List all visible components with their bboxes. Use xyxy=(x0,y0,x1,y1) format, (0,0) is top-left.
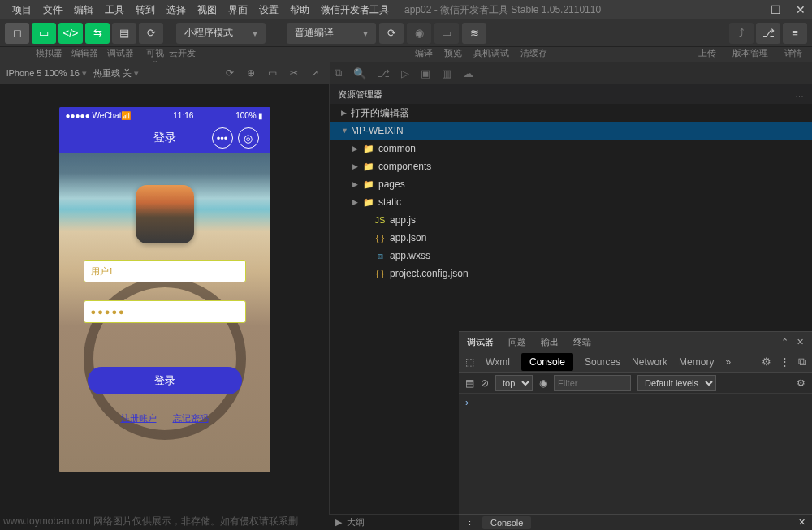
phone-status-bar: ●●●●● WeChat📶 11:16 100% ▮ xyxy=(59,107,270,123)
console-body[interactable]: › xyxy=(459,394,812,530)
close-panel-icon[interactable]: ✕ xyxy=(797,337,804,347)
tab-sources[interactable]: Sources xyxy=(585,356,620,368)
forgot-link[interactable]: 忘记密码 xyxy=(173,412,209,424)
kebab-icon[interactable]: ⋮ xyxy=(780,355,790,368)
details-button[interactable]: ≡ xyxy=(783,23,807,44)
visual-toggle[interactable]: ▤ xyxy=(112,23,136,44)
clear-console-icon[interactable]: ⊘ xyxy=(481,377,489,389)
battery-label: 100% ▮ xyxy=(235,111,263,120)
device-icon[interactable]: ▭ xyxy=(265,67,280,79)
main-toolbar: ◻ ▭ </> ⇆ ▤ ⟳ 小程序模式 普通编译 ⟳ ◉ ▭ ≋ ⤴ ⎇ ≡ xyxy=(0,19,812,47)
menu-project[interactable]: 项目 xyxy=(6,3,37,17)
settings-icon[interactable]: ⚙ xyxy=(797,377,806,389)
menu-ui[interactable]: 界面 xyxy=(222,3,253,17)
devtools-panel: 调试器 问题 输出 终端 ⌃ ✕ ⬚ Wxml Console Sources … xyxy=(459,331,812,530)
debugger-toggle[interactable]: ⇆ xyxy=(85,23,110,44)
editor-icon-strip: ⧉ 🔍 ⎇ ▷ ▣ ▥ ☁ xyxy=(330,62,812,84)
db-icon[interactable]: ▥ xyxy=(442,67,451,80)
outline-bar[interactable]: ▶ 大纲 xyxy=(329,514,459,530)
file-app-wxss[interactable]: ⧈app.wxss xyxy=(330,247,812,265)
cut-icon[interactable]: ✂ xyxy=(287,67,301,79)
levels-select[interactable]: Default levels xyxy=(637,375,716,391)
extension-icon[interactable]: ▣ xyxy=(421,67,430,80)
tab-output[interactable]: 输出 xyxy=(541,336,559,348)
refresh-icon[interactable]: ⟳ xyxy=(222,67,237,79)
folder-static[interactable]: ▶📁static xyxy=(330,193,812,211)
search-icon[interactable]: 🔍 xyxy=(353,67,366,80)
register-link[interactable]: 注册账户 xyxy=(121,412,157,424)
folder-common[interactable]: ▶📁common xyxy=(330,140,812,157)
folder-components[interactable]: ▶📁components xyxy=(330,157,812,175)
more-icon[interactable]: ↗ xyxy=(308,67,322,79)
inspect-icon[interactable]: ⬚ xyxy=(465,356,474,368)
tab-wxml[interactable]: Wxml xyxy=(486,356,510,368)
maximize-button[interactable]: ☐ xyxy=(771,3,781,16)
compile-select[interactable]: 普通编译 xyxy=(287,23,376,44)
tab-memory[interactable]: Memory xyxy=(679,356,714,368)
simulator-panel: iPhone 5 100% 16 热重载 关 ⟳ ⊕ ▭ ✂ ↗ ●●●●● W… xyxy=(0,62,329,530)
other-icon[interactable]: ☁ xyxy=(463,67,473,80)
menu-settings[interactable]: 设置 xyxy=(253,3,284,17)
clear-cache-button[interactable]: ≋ xyxy=(462,23,486,44)
project-root[interactable]: ▼MP-WEIXIN xyxy=(330,122,812,140)
login-button[interactable]: 登录 xyxy=(88,367,242,394)
console-drawer: ⋮ Console ✕ xyxy=(459,514,812,530)
eye-icon[interactable]: ◉ xyxy=(539,377,547,389)
files-icon[interactable]: ⧉ xyxy=(335,67,342,80)
file-app-js[interactable]: JSapp.js xyxy=(330,211,812,229)
gear-icon[interactable]: ⚙ xyxy=(762,355,771,368)
sidebar-toggle-icon[interactable]: ▤ xyxy=(465,377,474,389)
menu-wxdev[interactable]: 微信开发者工具 xyxy=(315,3,395,17)
menu-file[interactable]: 文件 xyxy=(37,3,68,17)
version-button[interactable]: ⎇ xyxy=(756,23,780,44)
file-app-json[interactable]: { }app.json xyxy=(330,229,812,247)
open-editors-section[interactable]: ▶打开的编辑器 xyxy=(330,104,812,122)
menu-select[interactable]: 选择 xyxy=(161,3,192,17)
minimize-button[interactable]: — xyxy=(745,3,756,16)
drawer-vdots-icon[interactable]: ⋮ xyxy=(465,517,474,528)
upload-button[interactable]: ⤴ xyxy=(729,23,754,44)
compile-button[interactable]: ⟳ xyxy=(379,23,404,44)
close-button[interactable]: ✕ xyxy=(796,3,806,16)
tab-console[interactable]: Console xyxy=(521,353,573,371)
menu-edit[interactable]: 编辑 xyxy=(68,3,99,17)
console-controls: ▤ ⊘ top ◉ Default levels ⚙ xyxy=(459,373,812,394)
file-project-config[interactable]: { }project.config.json xyxy=(330,265,812,282)
menu-tools[interactable]: 工具 xyxy=(99,3,130,17)
drawer-console-tab[interactable]: Console xyxy=(482,516,531,529)
simulator-toolbar: iPhone 5 100% 16 热重载 关 ⟳ ⊕ ▭ ✂ ↗ xyxy=(0,62,329,84)
git-icon[interactable]: ⎇ xyxy=(378,67,390,80)
avatar-image xyxy=(136,185,194,243)
capsule-close-icon[interactable]: ◎ xyxy=(238,127,259,149)
hotreload-select[interactable]: 热重载 关 xyxy=(93,67,139,80)
username-input[interactable]: 用户1 xyxy=(84,260,246,282)
chevron-up-icon[interactable]: ⌃ xyxy=(781,337,788,347)
tab-network[interactable]: Network xyxy=(632,356,667,368)
capsule-menu-icon[interactable]: ••• xyxy=(212,127,233,149)
explorer-more-icon[interactable]: … xyxy=(795,89,804,99)
dock-icon[interactable]: ⧉ xyxy=(798,355,806,368)
simulator-toggle[interactable]: ▭ xyxy=(32,23,56,44)
debug-icon[interactable]: ▷ xyxy=(401,67,409,80)
avatar-button[interactable]: ◻ xyxy=(5,23,29,44)
folder-pages[interactable]: ▶📁pages xyxy=(330,175,812,193)
carrier-label: ●●●●● WeChat📶 xyxy=(66,111,132,120)
menu-view[interactable]: 视图 xyxy=(192,3,222,17)
device-select[interactable]: iPhone 5 100% 16 xyxy=(6,68,87,79)
password-input[interactable]: ●●●●● xyxy=(84,300,246,323)
menu-goto[interactable]: 转到 xyxy=(130,3,161,17)
tabs-overflow[interactable]: » xyxy=(725,356,731,368)
context-select[interactable]: top xyxy=(495,375,533,391)
tab-problems[interactable]: 问题 xyxy=(508,336,526,348)
preview-button[interactable]: ◉ xyxy=(407,23,431,44)
mode-select[interactable]: 小程序模式 xyxy=(176,23,266,44)
tab-terminal[interactable]: 终端 xyxy=(573,336,591,348)
menu-help[interactable]: 帮助 xyxy=(284,3,315,17)
drawer-close-icon[interactable]: ✕ xyxy=(798,517,806,528)
tab-debugger[interactable]: 调试器 xyxy=(467,336,494,348)
cloud-dev-button[interactable]: ⟳ xyxy=(139,23,163,44)
filter-input[interactable] xyxy=(554,375,631,391)
editor-toggle[interactable]: </> xyxy=(58,23,83,44)
rotate-icon[interactable]: ⊕ xyxy=(244,67,258,79)
remote-debug-button[interactable]: ▭ xyxy=(434,23,459,44)
